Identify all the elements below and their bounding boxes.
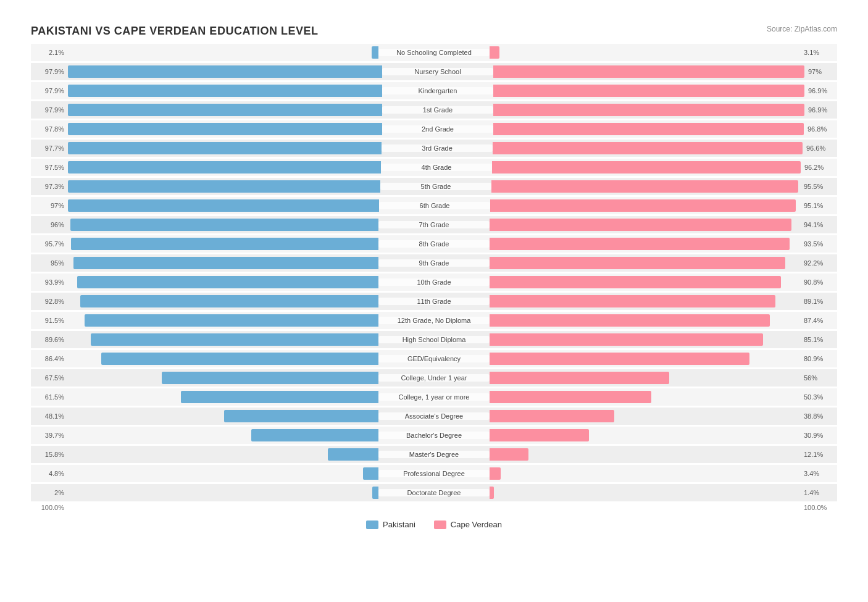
left-bar-half: [68, 140, 382, 157]
left-value: 15.8%: [31, 451, 68, 458]
bars-area: Master's Degree: [68, 446, 800, 463]
table-row: 67.5% College, Under 1 year 56%: [31, 369, 837, 387]
row-label: 2nd Grade: [382, 125, 493, 133]
right-bar-half: [490, 274, 800, 291]
left-bar-half: [68, 446, 378, 463]
left-value: 97.9%: [31, 87, 68, 94]
table-row: 95.7% 8th Grade 93.5%: [31, 235, 837, 253]
right-bar-half: [493, 120, 804, 138]
source-text: Source: ZipAtlas.com: [767, 25, 837, 33]
table-row: 92.8% 11th Grade 89.1%: [31, 293, 837, 310]
bars-area: 11th Grade: [68, 293, 800, 310]
cape-verdean-bar: [490, 314, 770, 327]
right-bar-half: [490, 293, 800, 310]
right-bar-half: [490, 197, 800, 214]
right-value: 87.4%: [800, 317, 837, 324]
left-value: 97.7%: [31, 144, 68, 152]
left-bar-half: [68, 159, 381, 176]
row-label: 10th Grade: [378, 278, 490, 286]
pakistani-bar: [68, 85, 382, 97]
table-row: 86.4% GED/Equivalency 80.9%: [31, 350, 837, 367]
row-label: Nursery School: [382, 68, 493, 75]
left-bar-half: [68, 388, 378, 406]
row-label: High School Diploma: [378, 336, 490, 343]
right-bar-half: [490, 484, 800, 501]
bars-area: 5th Grade: [68, 178, 800, 195]
pakistani-bar: [372, 487, 378, 499]
pakistani-bar: [162, 372, 378, 384]
bars-area: 12th Grade, No Diploma: [68, 312, 800, 329]
left-bar-half: [68, 216, 378, 233]
left-bar-half: [68, 63, 382, 80]
pakistani-bar: [251, 429, 378, 441]
bars-area: 6th Grade: [68, 197, 800, 214]
table-row: 91.5% 12th Grade, No Diploma 87.4%: [31, 312, 837, 329]
right-value: 90.8%: [800, 278, 837, 286]
right-value: 30.9%: [800, 432, 837, 439]
left-bar-half: [68, 408, 378, 425]
axis-left-label: 100.0%: [31, 504, 68, 511]
right-value: 3.4%: [800, 470, 837, 477]
left-value: 97.9%: [31, 106, 68, 114]
left-value: 67.5%: [31, 374, 68, 382]
left-bar-half: [68, 44, 378, 61]
right-value: 95.5%: [800, 183, 837, 190]
row-label: Bachelor's Degree: [378, 432, 490, 439]
cape-verdean-color-box: [434, 520, 446, 529]
legend-cape-verdean: Cape Verdean: [434, 520, 502, 529]
right-value: 96.6%: [803, 144, 840, 152]
cape-verdean-bar: [490, 199, 796, 212]
row-label: 4th Grade: [381, 164, 492, 171]
pakistani-bar: [328, 448, 378, 461]
bars-area: Professional Degree: [68, 465, 800, 482]
table-row: 97.9% Kindergarten 96.9%: [31, 82, 837, 99]
right-value: 93.5%: [800, 240, 837, 248]
table-row: 97.9% Nursery School 97%: [31, 63, 837, 80]
left-bar-half: [68, 293, 378, 310]
right-value: 89.1%: [800, 298, 837, 305]
cape-verdean-bar: [490, 372, 669, 384]
cape-verdean-bar: [490, 219, 791, 231]
cape-verdean-bar: [490, 276, 781, 288]
table-row: 2% Doctorate Degree 1.4%: [31, 484, 837, 501]
cape-verdean-bar: [490, 410, 614, 422]
cape-verdean-bar: [490, 448, 528, 461]
row-label: No Schooling Completed: [378, 49, 490, 56]
left-value: 97.8%: [31, 125, 68, 133]
right-bar-half: [493, 63, 804, 80]
right-value: 97%: [804, 68, 841, 75]
row-label: 3rd Grade: [382, 144, 493, 152]
left-value: 97.3%: [31, 183, 68, 190]
row-label: Master's Degree: [378, 451, 490, 458]
cape-verdean-bar: [490, 429, 589, 441]
cape-verdean-bar: [491, 180, 798, 193]
table-row: 97.5% 4th Grade 96.2%: [31, 159, 837, 176]
pakistani-bar: [224, 410, 378, 422]
row-label: 1st Grade: [382, 106, 493, 114]
bars-area: 7th Grade: [68, 216, 800, 233]
left-value: 97%: [31, 202, 68, 209]
right-bar-half: [490, 388, 800, 406]
row-label: 8th Grade: [378, 240, 490, 248]
bars-area: No Schooling Completed: [68, 44, 800, 61]
left-bar-half: [68, 120, 382, 138]
pakistani-bar: [77, 276, 378, 288]
bars-area: 9th Grade: [68, 254, 800, 272]
pakistani-bar: [85, 314, 378, 327]
bars-area: 4th Grade: [68, 159, 801, 176]
table-row: 97.7% 3rd Grade 96.6%: [31, 140, 837, 157]
left-value: 48.1%: [31, 412, 68, 420]
right-bar-half: [493, 101, 804, 119]
cape-verdean-bar: [493, 85, 804, 97]
left-value: 61.5%: [31, 393, 68, 401]
chart-area: 2.1% No Schooling Completed 3.1% 97.9% N…: [31, 44, 837, 501]
pakistani-bar: [363, 467, 378, 480]
row-label: 5th Grade: [380, 183, 491, 190]
left-value: 95.7%: [31, 240, 68, 248]
bars-area: Doctorate Degree: [68, 484, 800, 501]
table-row: 15.8% Master's Degree 12.1%: [31, 446, 837, 463]
left-value: 97.9%: [31, 68, 68, 75]
right-bar-half: [493, 82, 804, 99]
pakistani-bar: [68, 161, 381, 173]
cape-verdean-bar: [490, 333, 763, 346]
